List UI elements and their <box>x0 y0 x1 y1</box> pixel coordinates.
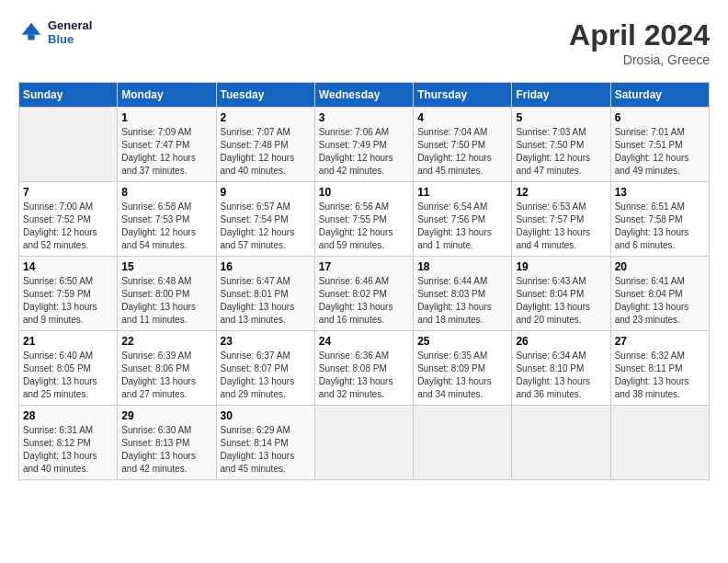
header-tuesday: Tuesday <box>216 83 314 108</box>
day-info: Sunrise: 6:29 AMSunset: 8:14 PMDaylight:… <box>221 424 311 476</box>
day-info: Sunrise: 6:31 AMSunset: 8:12 PMDaylight:… <box>23 424 113 476</box>
calendar-cell: 22Sunrise: 6:39 AMSunset: 8:06 PMDayligh… <box>118 331 216 406</box>
calendar-cell: 2Sunrise: 7:07 AMSunset: 7:48 PMDaylight… <box>216 108 314 182</box>
day-number: 21 <box>23 335 113 348</box>
calendar-cell: 9Sunrise: 6:57 AMSunset: 7:54 PMDaylight… <box>216 182 314 257</box>
calendar-cell: 26Sunrise: 6:34 AMSunset: 8:10 PMDayligh… <box>512 331 610 406</box>
calendar-cell: 27Sunrise: 6:32 AMSunset: 8:11 PMDayligh… <box>610 331 709 406</box>
calendar-cell <box>314 406 413 480</box>
calendar-week-3: 21Sunrise: 6:40 AMSunset: 8:05 PMDayligh… <box>19 331 710 406</box>
day-info: Sunrise: 6:53 AMSunset: 7:57 PMDaylight:… <box>516 201 606 252</box>
title-block: April 2024 Drosia, Greece <box>569 18 710 67</box>
calendar-cell: 1Sunrise: 7:09 AMSunset: 7:47 PMDaylight… <box>118 108 216 182</box>
logo: General Blue <box>18 18 92 46</box>
day-number: 26 <box>516 335 606 348</box>
calendar-cell: 12Sunrise: 6:53 AMSunset: 7:57 PMDayligh… <box>512 182 610 257</box>
day-info: Sunrise: 6:43 AMSunset: 8:04 PMDaylight:… <box>516 275 606 327</box>
calendar-cell: 5Sunrise: 7:03 AMSunset: 7:50 PMDaylight… <box>512 108 610 182</box>
header-thursday: Thursday <box>414 83 512 108</box>
day-number: 23 <box>221 335 311 348</box>
header-monday: Monday <box>118 83 216 108</box>
calendar-table: SundayMondayTuesdayWednesdayThursdayFrid… <box>18 82 710 480</box>
day-info: Sunrise: 6:54 AMSunset: 7:56 PMDaylight:… <box>417 201 507 252</box>
calendar-cell: 6Sunrise: 7:01 AMSunset: 7:51 PMDaylight… <box>610 108 709 182</box>
calendar-cell: 18Sunrise: 6:44 AMSunset: 8:03 PMDayligh… <box>414 257 512 331</box>
calendar-cell: 13Sunrise: 6:51 AMSunset: 7:58 PMDayligh… <box>610 182 709 257</box>
day-number: 14 <box>23 260 113 273</box>
day-number: 30 <box>221 409 311 422</box>
day-info: Sunrise: 6:34 AMSunset: 8:10 PMDaylight:… <box>516 350 606 401</box>
calendar-cell: 11Sunrise: 6:54 AMSunset: 7:56 PMDayligh… <box>414 182 512 257</box>
month-title: April 2024 <box>569 18 710 52</box>
day-number: 3 <box>319 111 409 124</box>
day-number: 5 <box>516 111 606 124</box>
day-info: Sunrise: 6:32 AMSunset: 8:11 PMDaylight:… <box>615 350 705 401</box>
day-info: Sunrise: 6:40 AMSunset: 8:05 PMDaylight:… <box>23 350 113 401</box>
day-number: 29 <box>121 409 211 422</box>
calendar-cell: 24Sunrise: 6:36 AMSunset: 8:08 PMDayligh… <box>314 331 413 406</box>
header-friday: Friday <box>512 83 610 108</box>
logo-text: General Blue <box>48 18 92 46</box>
calendar-week-0: 1Sunrise: 7:09 AMSunset: 7:47 PMDaylight… <box>19 108 710 182</box>
calendar-cell: 30Sunrise: 6:29 AMSunset: 8:14 PMDayligh… <box>216 406 314 480</box>
day-number: 4 <box>417 111 507 124</box>
calendar-cell: 3Sunrise: 7:06 AMSunset: 7:49 PMDaylight… <box>314 108 413 182</box>
logo-icon <box>18 19 44 45</box>
day-number: 8 <box>121 186 211 199</box>
calendar-cell: 20Sunrise: 6:41 AMSunset: 8:04 PMDayligh… <box>610 257 709 331</box>
calendar-cell <box>512 406 610 480</box>
day-info: Sunrise: 7:03 AMSunset: 7:50 PMDaylight:… <box>516 126 606 178</box>
calendar-cell: 4Sunrise: 7:04 AMSunset: 7:50 PMDaylight… <box>414 108 512 182</box>
day-number: 7 <box>23 186 113 199</box>
day-info: Sunrise: 6:41 AMSunset: 8:04 PMDaylight:… <box>615 275 705 327</box>
header-row: SundayMondayTuesdayWednesdayThursdayFrid… <box>19 83 710 108</box>
calendar-cell: 10Sunrise: 6:56 AMSunset: 7:55 PMDayligh… <box>314 182 413 257</box>
page-header: General Blue April 2024 Drosia, Greece <box>18 18 710 67</box>
calendar-week-1: 7Sunrise: 7:00 AMSunset: 7:52 PMDaylight… <box>19 182 710 257</box>
calendar-cell: 16Sunrise: 6:47 AMSunset: 8:01 PMDayligh… <box>216 257 314 331</box>
day-number: 20 <box>615 260 705 273</box>
day-number: 25 <box>417 335 507 348</box>
day-number: 15 <box>121 260 211 273</box>
day-number: 11 <box>417 186 507 199</box>
day-info: Sunrise: 7:06 AMSunset: 7:49 PMDaylight:… <box>319 126 409 178</box>
calendar-cell: 19Sunrise: 6:43 AMSunset: 8:04 PMDayligh… <box>512 257 610 331</box>
calendar-week-4: 28Sunrise: 6:31 AMSunset: 8:12 PMDayligh… <box>19 406 710 480</box>
calendar-cell: 23Sunrise: 6:37 AMSunset: 8:07 PMDayligh… <box>216 331 314 406</box>
day-number: 1 <box>121 111 211 124</box>
day-info: Sunrise: 7:07 AMSunset: 7:48 PMDaylight:… <box>221 126 311 178</box>
day-info: Sunrise: 6:51 AMSunset: 7:58 PMDaylight:… <box>615 201 705 252</box>
day-info: Sunrise: 6:44 AMSunset: 8:03 PMDaylight:… <box>417 275 507 327</box>
day-info: Sunrise: 6:37 AMSunset: 8:07 PMDaylight:… <box>221 350 311 401</box>
day-info: Sunrise: 6:39 AMSunset: 8:06 PMDaylight:… <box>121 350 211 401</box>
day-info: Sunrise: 6:58 AMSunset: 7:53 PMDaylight:… <box>121 201 211 252</box>
svg-marker-0 <box>22 23 41 35</box>
day-number: 24 <box>319 335 409 348</box>
day-number: 28 <box>23 409 113 422</box>
calendar-cell: 25Sunrise: 6:35 AMSunset: 8:09 PMDayligh… <box>414 331 512 406</box>
day-info: Sunrise: 6:46 AMSunset: 8:02 PMDaylight:… <box>319 275 409 327</box>
day-info: Sunrise: 7:09 AMSunset: 7:47 PMDaylight:… <box>121 126 211 178</box>
day-info: Sunrise: 6:50 AMSunset: 7:59 PMDaylight:… <box>23 275 113 327</box>
day-info: Sunrise: 7:00 AMSunset: 7:52 PMDaylight:… <box>23 201 113 252</box>
day-info: Sunrise: 6:35 AMSunset: 8:09 PMDaylight:… <box>417 350 507 401</box>
day-info: Sunrise: 6:56 AMSunset: 7:55 PMDaylight:… <box>319 201 409 252</box>
day-info: Sunrise: 6:47 AMSunset: 8:01 PMDaylight:… <box>221 275 311 327</box>
day-info: Sunrise: 7:04 AMSunset: 7:50 PMDaylight:… <box>417 126 507 178</box>
day-info: Sunrise: 7:01 AMSunset: 7:51 PMDaylight:… <box>615 126 705 178</box>
header-sunday: Sunday <box>19 83 118 108</box>
svg-rect-1 <box>28 35 34 40</box>
calendar-cell: 15Sunrise: 6:48 AMSunset: 8:00 PMDayligh… <box>118 257 216 331</box>
day-number: 13 <box>615 186 705 199</box>
day-info: Sunrise: 6:36 AMSunset: 8:08 PMDaylight:… <box>319 350 409 401</box>
day-number: 10 <box>319 186 409 199</box>
day-info: Sunrise: 6:48 AMSunset: 8:00 PMDaylight:… <box>121 275 211 327</box>
day-number: 9 <box>221 186 311 199</box>
day-number: 2 <box>221 111 311 124</box>
location: Drosia, Greece <box>569 52 710 67</box>
day-number: 6 <box>615 111 705 124</box>
calendar-cell: 21Sunrise: 6:40 AMSunset: 8:05 PMDayligh… <box>19 331 118 406</box>
day-number: 27 <box>615 335 705 348</box>
calendar-cell <box>414 406 512 480</box>
day-info: Sunrise: 6:30 AMSunset: 8:13 PMDaylight:… <box>121 424 211 476</box>
